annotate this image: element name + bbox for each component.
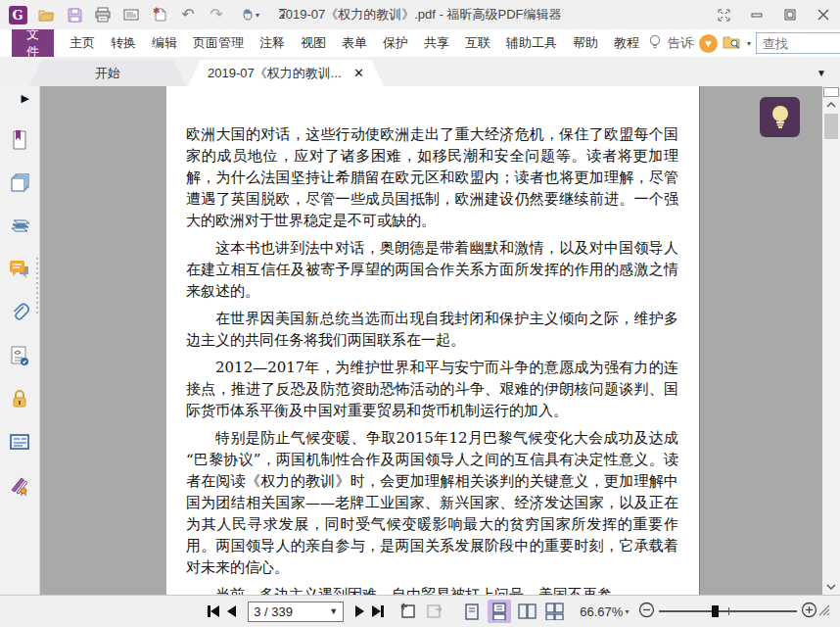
- page-number-value: 3 / 339: [254, 604, 293, 619]
- title-bar: G ✱ ↶ ↷ ▾ ▾ 2019-07《权力的教训》.pdf - 福昕高级PDF…: [0, 0, 840, 29]
- app-logo-icon[interactable]: G: [8, 5, 27, 24]
- scrollbar-thumb[interactable]: [824, 114, 838, 139]
- next-page-button[interactable]: [355, 605, 364, 617]
- document-tab-bar: 开始 2019-07《权力的教训... ✕ ▼: [0, 57, 840, 86]
- zoom-out-button[interactable]: [638, 602, 655, 621]
- continuous-view-button[interactable]: [488, 600, 511, 623]
- main-area: ▶ 欧洲大国的对话，这些: [0, 86, 840, 595]
- zoom-slider[interactable]: [659, 603, 797, 619]
- tab-current-document[interactable]: 2019-07《权力的教训... ✕: [188, 60, 384, 86]
- digital-signatures-icon[interactable]: [8, 344, 31, 367]
- tell-me-label[interactable]: 告诉我: [668, 34, 694, 52]
- tab-help[interactable]: 帮助: [565, 30, 606, 56]
- page-thumbnails-icon[interactable]: [8, 171, 31, 195]
- tab-close-icon[interactable]: ✕: [353, 66, 364, 80]
- status-bar: 3 / 339 ▼ 66.67% ▾: [0, 595, 840, 627]
- last-page-button[interactable]: [372, 605, 384, 617]
- page-text: 欧洲大国的对话，这些行动使欧洲走出了重大经济危机，保住了欧盟每个国家的成员地位，…: [166, 86, 699, 595]
- create-pdf-icon[interactable]: ✱: [150, 5, 169, 24]
- search-box: [756, 32, 840, 54]
- search-input[interactable]: [763, 36, 840, 51]
- paragraph: 2012—2017年，为维护世界和平与安宁而斗争的意愿成为强有力的连接点，推进了…: [186, 357, 678, 421]
- next-view-button[interactable]: [425, 602, 444, 622]
- tab-convert[interactable]: 转换: [103, 30, 144, 56]
- tab-organize[interactable]: 页面管理: [185, 30, 252, 56]
- tab-view[interactable]: 视图: [293, 30, 334, 56]
- paragraph: 这本书也讲到法中对话，奥朗德是带着幽默和激情，以及对中国领导人在建立相互信任及被…: [186, 237, 678, 302]
- hand-tool-icon[interactable]: ▾: [235, 5, 264, 24]
- previous-page-button[interactable]: [227, 605, 236, 617]
- panel-resize-handle[interactable]: [36, 258, 38, 316]
- form-fields-icon[interactable]: [8, 430, 31, 454]
- paragraph: 欧洲大国的对话，这些行动使欧洲走出了重大经济危机，保住了欧盟每个国家的成员地位，…: [186, 123, 678, 231]
- foxit-logo: G: [9, 6, 27, 24]
- customize-toolbar-icon[interactable]: ▾: [273, 5, 293, 24]
- pdf-page[interactable]: 欧洲大国的对话，这些行动使欧洲走出了重大经济危机，保住了欧盟每个国家的成员地位，…: [166, 86, 700, 595]
- email-icon[interactable]: [121, 5, 141, 24]
- page-combo-caret-icon: ▼: [329, 606, 338, 616]
- arrange-windows-icon[interactable]: [707, 1, 740, 28]
- attachments-icon[interactable]: [8, 301, 31, 324]
- tab-edit[interactable]: 编辑: [144, 30, 185, 56]
- page-number-combo[interactable]: 3 / 339 ▼: [248, 602, 344, 622]
- page-navigation: 3 / 339 ▼: [208, 602, 384, 622]
- expand-panel-icon[interactable]: ▶: [22, 92, 39, 105]
- view-history: [397, 602, 444, 622]
- close-icon[interactable]: [807, 1, 840, 28]
- svg-text:✱: ✱: [153, 6, 161, 16]
- tab-start-label: 开始: [95, 65, 120, 82]
- search-folder-icon[interactable]: [723, 33, 742, 53]
- tell-me-bulb-icon[interactable]: [647, 33, 663, 54]
- search-folder-caret-icon[interactable]: ▾: [747, 39, 751, 48]
- zoom-level-value: 66.67%: [580, 604, 623, 619]
- save-icon[interactable]: [65, 5, 84, 24]
- sign-icon[interactable]: [8, 473, 31, 497]
- lightbulb-icon: [769, 104, 792, 131]
- redo-icon[interactable]: ↷: [207, 5, 226, 24]
- comments-icon[interactable]: [8, 258, 31, 281]
- undo-icon[interactable]: ↶: [178, 5, 198, 24]
- window-resize-grip[interactable]: [817, 603, 830, 619]
- navigation-panel: ▶: [0, 86, 40, 595]
- tab-tutorial[interactable]: 教程: [606, 30, 647, 56]
- layers-icon[interactable]: [8, 215, 31, 238]
- tab-list-caret-icon[interactable]: ▼: [817, 68, 826, 78]
- open-file-icon[interactable]: [36, 5, 56, 24]
- paragraph: 特别是防止气候变暖、争取2015年12月巴黎气候变化大会成功及达成“巴黎协议”，…: [186, 427, 678, 578]
- first-page-button[interactable]: [208, 605, 219, 617]
- tab-document-label: 2019-07《权力的教训...: [208, 65, 342, 82]
- single-page-view-button[interactable]: [460, 600, 484, 623]
- tab-share[interactable]: 共享: [416, 30, 457, 56]
- scrollbar-split-box[interactable]: [823, 87, 839, 97]
- quick-access-toolbar: G ✱ ↶ ↷ ▾ ▾: [0, 5, 293, 24]
- zoom-slider-thumb[interactable]: [712, 605, 719, 617]
- zoom-caret-icon[interactable]: ▾: [625, 607, 629, 616]
- scroll-up-icon[interactable]: [823, 97, 839, 112]
- maximize-icon[interactable]: [773, 1, 807, 28]
- print-icon[interactable]: [93, 5, 113, 24]
- bookmarks-icon[interactable]: [8, 128, 31, 152]
- tab-protect[interactable]: 保护: [375, 30, 416, 56]
- tab-comment[interactable]: 注释: [252, 30, 293, 56]
- ribbon-tabs: 主页 转换 编辑 页面管理 注释 视图 表单 保护 共享 互联 辅助工具 帮助 …: [62, 30, 647, 56]
- assistant-lightbulb-button[interactable]: [760, 97, 800, 137]
- tab-home[interactable]: 主页: [62, 30, 103, 56]
- document-canvas: 欧洲大国的对话，这些行动使欧洲走出了重大经济危机，保住了欧盟每个国家的成员地位，…: [40, 86, 822, 595]
- tab-accessibility[interactable]: 辅助工具: [498, 30, 565, 56]
- window-controls: [707, 1, 840, 28]
- paragraph: 在世界因美国新总统当选而出现自我封闭和保护主义倾向之际，维护多边主义的共同任务将…: [186, 308, 678, 351]
- tab-start-page[interactable]: 开始: [29, 60, 186, 86]
- security-lock-icon[interactable]: [8, 387, 31, 410]
- zoom-in-button[interactable]: [801, 602, 817, 621]
- minimize-icon[interactable]: [740, 1, 773, 28]
- continuous-facing-view-button[interactable]: [542, 600, 566, 623]
- vertical-scrollbar[interactable]: [822, 86, 840, 595]
- previous-view-button[interactable]: [397, 602, 417, 622]
- page-layout-buttons: [460, 600, 566, 623]
- tab-form[interactable]: 表单: [334, 30, 375, 56]
- facing-view-button[interactable]: [515, 600, 538, 623]
- tab-connect[interactable]: 互联: [457, 30, 498, 56]
- ribbon-right-tools: 告诉我 ♥ ▾ ▾ ◁: [647, 32, 840, 54]
- scroll-down-icon[interactable]: [823, 579, 839, 594]
- favorite-heart-icon[interactable]: ♥: [699, 34, 718, 53]
